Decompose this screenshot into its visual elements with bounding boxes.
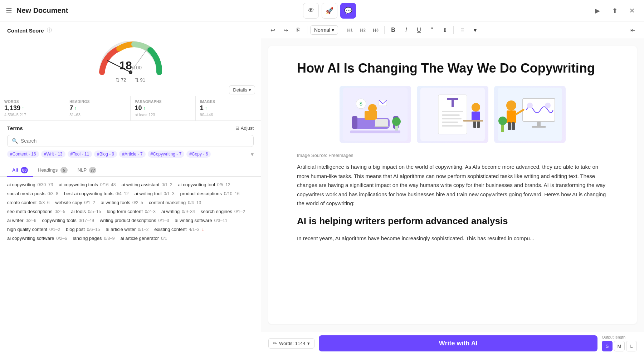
svg-point-37: [506, 100, 516, 110]
gauge-section: 18/100 ⇅ 72 ⇅ 91: [0, 34, 261, 84]
style-selector[interactable]: Normal ▾: [310, 25, 338, 35]
list-item: ai copywriting tools 0/16–48: [59, 181, 116, 188]
length-m-button[interactable]: M: [614, 341, 625, 351]
search-input[interactable]: [21, 138, 249, 144]
svg-point-43: [498, 117, 507, 125]
svg-rect-38: [507, 110, 516, 123]
tab-nlp[interactable]: NLP 77: [73, 164, 102, 176]
redo-button[interactable]: ↪: [280, 24, 291, 36]
tag-article[interactable]: #Article - 7: [119, 151, 145, 158]
tags-expand-icon[interactable]: ▾: [251, 151, 254, 158]
tab-all[interactable]: All 80: [7, 164, 33, 176]
terms-grid: ai copywriting 0/30–73 ai copywriting to…: [7, 181, 254, 242]
adjust-button[interactable]: ⊟ Adjust: [235, 125, 254, 131]
tags-row: #Content - 16 #Writ - 13 #Tool - 11 #Blo…: [7, 151, 254, 158]
info-icon[interactable]: ⓘ: [47, 27, 52, 34]
collapse-button[interactable]: ⇤: [627, 24, 638, 36]
pencil-icon: ✏: [273, 341, 277, 346]
document-title: New Document: [16, 6, 68, 15]
headings-range: 31–63: [69, 113, 126, 117]
gauge-avg-top: ⇅ 72 ⇅ 91: [116, 77, 145, 83]
h2-button[interactable]: H2: [357, 24, 369, 36]
paragraphs-up-icon: ↑: [143, 106, 146, 111]
images-stat: IMAGES 1 ↑ 90–446: [196, 96, 261, 120]
illustration-2: [417, 86, 488, 143]
length-s-button[interactable]: S: [602, 341, 613, 351]
terms-list: ai copywriting 0/30–73 ai copywriting to…: [0, 181, 261, 355]
stats-bar: WORDS 1,139 ↑ 4,536–5,217 HEADINGS 7 ↑ 3…: [0, 96, 261, 121]
preview-btn[interactable]: 👁: [303, 3, 319, 19]
word-count-button[interactable]: ✏ Words: 1144 ▾: [268, 338, 314, 349]
seo-btn[interactable]: 🚀: [322, 3, 337, 19]
align-dropdown[interactable]: ▾: [469, 24, 481, 36]
headings-up-icon: ↑: [74, 106, 77, 111]
tag-content[interactable]: #Content - 16: [7, 151, 39, 158]
svg-rect-19: [447, 98, 458, 100]
tag-writ[interactable]: #Writ - 13: [41, 151, 65, 158]
quote-button[interactable]: ": [426, 24, 438, 36]
paragraphs-range: at least 123: [135, 113, 191, 117]
special-button[interactable]: ⇕: [439, 24, 450, 36]
tab-headings[interactable]: Headings 5: [33, 164, 73, 176]
tab-headings-badge: 5: [60, 167, 68, 173]
body-paragraph-1[interactable]: Artificial intelligence is having a big …: [297, 162, 608, 208]
italic-button[interactable]: I: [400, 24, 412, 36]
close-icon[interactable]: ✕: [625, 4, 638, 17]
paragraphs-stat: PARAGRAPHS 10 ↑ at least 123: [131, 96, 196, 120]
words-range: 4,536–5,217: [4, 113, 60, 117]
list-item: ai writing software 0/3–11: [175, 217, 228, 224]
main-layout: Content Score ⓘ: [0, 21, 644, 355]
editor-title[interactable]: How AI Is Changing The Way We Do Copywri…: [297, 60, 608, 76]
editor-toolbar: ↩ ↪ ⎘ Normal ▾ H1 H2 H3 B I U " ⇕ ≡ ▾ ⇤: [261, 21, 644, 39]
undo-button[interactable]: ↩: [267, 24, 278, 36]
svg-point-35: [527, 103, 533, 108]
tag-blog[interactable]: #Blog - 9: [94, 151, 117, 158]
svg-rect-32: [523, 98, 555, 122]
list-item: blog post 0/6–15: [66, 226, 100, 233]
avg-value: 72: [121, 77, 126, 83]
play-icon[interactable]: ▶: [591, 4, 604, 17]
list-item: ai copywriting software 0/2–6: [7, 235, 67, 242]
h3-button[interactable]: H3: [370, 24, 381, 36]
editor-body[interactable]: Image Source: FreeImages Artificial inte…: [297, 152, 608, 243]
svg-rect-30: [463, 120, 483, 122]
details-button[interactable]: Details ▾: [229, 85, 255, 94]
tag-tool[interactable]: #Tool - 11: [68, 151, 92, 158]
content-score-header: Content Score ⓘ: [0, 21, 261, 34]
chat-btn[interactable]: 💬: [340, 3, 356, 19]
write-ai-label: Write with AI: [439, 340, 478, 347]
list-item: ai writing 0/9–34: [161, 208, 195, 215]
body-paragraph-2[interactable]: In recent years, AI algorithms have beco…: [297, 234, 608, 243]
tag-copywriting[interactable]: #Copywriting - 7: [148, 151, 185, 158]
gauge-score: 18/100: [119, 59, 142, 72]
length-l-button[interactable]: L: [626, 341, 637, 351]
output-length-buttons: S M L: [602, 341, 637, 351]
list-item: ai copywriting 0/30–73: [7, 181, 53, 188]
share-icon[interactable]: ⬆: [608, 4, 621, 17]
align-button[interactable]: ≡: [457, 24, 468, 36]
svg-rect-33: [537, 122, 541, 127]
bold-button[interactable]: B: [387, 24, 399, 36]
list-item: long form content 0/2–3: [107, 208, 155, 215]
menu-icon[interactable]: ☰: [6, 6, 12, 15]
editor-area[interactable]: How AI Is Changing The Way We Do Copywri…: [268, 46, 637, 324]
editor-h2[interactable]: AI is helping writers perform advanced a…: [297, 213, 608, 229]
paragraphs-label: PARAGRAPHS: [135, 100, 191, 104]
list-item: ai writing tool 0/1–3: [135, 190, 175, 197]
svg-rect-22: [442, 114, 460, 116]
illustration-3-svg: [498, 88, 562, 141]
h1-button[interactable]: H1: [344, 24, 356, 36]
copy-button[interactable]: ⎘: [293, 24, 304, 36]
search-icon: 🔍: [12, 138, 18, 144]
score-number: 18: [119, 59, 132, 72]
toolbar-separator-2: [341, 26, 341, 34]
tag-copy[interactable]: #Copy - 6: [186, 151, 211, 158]
underline-button[interactable]: U: [413, 24, 425, 36]
tab-all-badge: 80: [21, 167, 28, 173]
headings-stat: HEADINGS 7 ↑ 31–63: [65, 96, 130, 120]
adjust-label: Adjust: [241, 125, 254, 131]
output-length-label: Output length: [602, 335, 637, 339]
toolbar-separator-4: [453, 26, 454, 34]
write-ai-button[interactable]: Write with AI: [319, 335, 597, 351]
list-item: content marketing 0/4–13: [149, 199, 201, 206]
